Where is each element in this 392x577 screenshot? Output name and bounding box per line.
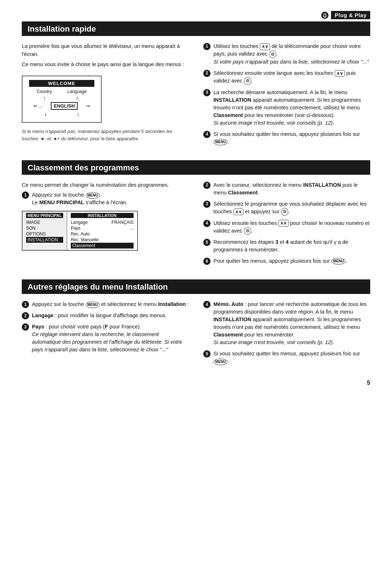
welcome-language-label: Language — [67, 89, 86, 94]
up-down-btn: ∧∨ — [260, 43, 270, 50]
ok-btn-s2: ⊙ — [281, 208, 288, 215]
menu-item-options: OPTIONS — [26, 231, 63, 237]
welcome-language-col: Language ↑ — [67, 89, 86, 101]
section1-item2-text: Sélectionnez ensuite votre langue avec l… — [213, 69, 370, 85]
svg-rect-3 — [324, 17, 325, 18]
section2-item2: 2 Avec le curseur, sélectionnez le menu … — [203, 181, 370, 197]
section3-right: 4 Mémo. Auto : pour lancer une recherche… — [203, 300, 370, 369]
num-1-s2: 1 — [22, 191, 29, 199]
num-5-s2: 5 — [203, 239, 211, 246]
section1-item3: 3 La recherche démarre automatiquement. … — [203, 89, 370, 127]
section1-item4-text: Si vous souhaitez quitter les menus, app… — [213, 130, 370, 146]
num-2-s3: 2 — [22, 312, 29, 319]
menu-right-panel: INSTALLATION LangageFRANÇAIS Pays... Rec… — [67, 211, 137, 250]
section1-item4: 4 Si vous souhaitez quitter les menus, a… — [203, 130, 370, 146]
num-4-s3: 4 — [203, 301, 211, 308]
up-down-btn-2: ∧∨ — [335, 70, 345, 77]
menu-btn: MENU — [213, 139, 228, 145]
section3-item3: 3 Pays : pour choisir votre pays (F pour… — [22, 323, 189, 354]
plug-play-badge: Plug & Play — [22, 11, 370, 19]
section3-title: Autres réglages du menu Installation — [22, 280, 370, 294]
section3-item3-text: Pays : pour choisir votre pays (F pour F… — [32, 323, 189, 354]
section2-item1-text: Appuyez sur la touche MENU. Le MENU PRIN… — [32, 191, 189, 206]
section1-p1: La première fois que vous allumez le tél… — [22, 43, 189, 58]
section-installation-rapide: Installation rapide La première fois que… — [22, 21, 370, 149]
section1-item2: 2 Sélectionnez ensuite votre langue avec… — [203, 69, 370, 85]
section3-item2-text: Langage : pour modifier la langue d'affi… — [32, 312, 189, 319]
section2-item1: 1 Appuyez sur la touche MENU. Le MENU PR… — [22, 191, 189, 206]
num-3: 3 — [203, 89, 211, 96]
section2-item5: 5 Recommencez les étapes 3 et 4 autant d… — [203, 238, 370, 254]
section-autres-reglages: Autres réglages du menu Installation 1 A… — [22, 279, 370, 369]
menu-item-installation: INSTALLATION — [26, 237, 63, 243]
num-3-s2: 3 — [203, 201, 211, 208]
arrow-up-country: ↑ — [43, 96, 46, 101]
menu-btn-s3b: MENU — [213, 359, 228, 365]
menu-btn-s2b: MENU — [331, 258, 346, 265]
section2-item2-text: Avec le curseur, sélectionnez le menu IN… — [213, 181, 370, 197]
menu-row-langage: LangageFRANÇAIS — [71, 219, 134, 225]
num-2-s2: 2 — [203, 182, 211, 189]
menu-left-panel: MENU PRINCIPAL IMAGE SON OPTIONS INSTALL… — [23, 211, 67, 250]
welcome-english: ENGLISH — [51, 102, 78, 110]
section2-item5-text: Recommencez les étapes 3 et 4 autant de … — [213, 238, 370, 254]
section3-item4-text: Mémo. Auto : pour lancer une recherche a… — [213, 300, 370, 346]
section1-right: 1 Utilisez les touches ∧∨ de la télécomm… — [203, 43, 370, 149]
section2-p1: Ce menu permet de changer la numérotatio… — [22, 181, 189, 189]
section3-item5-text: Si vous souhaitez quitter les menus, app… — [213, 350, 370, 365]
menu-row-recauto: Rec. Auto — [71, 231, 134, 237]
menu-row-recmanuelle: Rec. Manuelle — [71, 237, 134, 243]
right-arrow-language: ⇒ — [86, 103, 90, 109]
section2-item3-text: Sélectionnez le programme que vous souha… — [213, 200, 370, 216]
welcome-title: WELCOME — [29, 80, 94, 87]
menu-principal-mockup: MENU PRINCIPAL IMAGE SON OPTIONS INSTALL… — [22, 211, 138, 251]
num-4-s2: 4 — [203, 220, 211, 227]
ok-btn: ⊙ — [269, 51, 276, 58]
section1-p2: Ce menu vous invite à choisir le pays ai… — [22, 61, 189, 69]
arrow-up-language: ↑ — [75, 96, 78, 101]
menu-item-image: IMAGE — [26, 219, 63, 225]
num-1: 1 — [203, 43, 211, 50]
up-down-btn-s2b: ∧∨ — [278, 220, 289, 227]
section3-item5: 5 Si vous souhaitez quitter les menus, a… — [203, 350, 370, 365]
section1-item3-text: La recherche démarre automatiquement. A … — [213, 89, 370, 127]
left-arrow-country: ⇐ ... — [33, 103, 42, 109]
section-classement: Classement des programmes Ce menu permet… — [22, 160, 370, 269]
num-4: 4 — [203, 131, 211, 138]
welcome-arrow-down-language: ↓ — [77, 111, 79, 117]
section2-item4: 4 Utilisez ensuite les touches ∧∨ pour c… — [203, 219, 370, 235]
menu-btn-s2: MENU — [86, 192, 100, 199]
welcome-country-col: Country ↑ — [37, 89, 52, 101]
section3-item1-text: Appuyez sur la touche MENU et sélectionn… — [32, 300, 189, 308]
section2-item3: 3 Sélectionnez le programme que vous sou… — [203, 200, 370, 216]
welcome-mid-row: ⇐ ... ENGLISH ⇒ — [29, 102, 94, 110]
menu-right-title: INSTALLATION — [71, 213, 134, 218]
up-down-btn-s2: ∧∨ — [233, 209, 244, 215]
menu-left-title: MENU PRINCIPAL — [26, 213, 63, 218]
num-6-s2: 6 — [203, 258, 211, 265]
section1-caption: Si le menu n'apparaît pas, maintenez app… — [22, 128, 189, 142]
page-number: 5 — [22, 380, 370, 386]
ok-btn-s2b: ⊙ — [244, 227, 251, 235]
welcome-screen-mockup: WELCOME Country ↑ Language ↑ ⇐ ... ENGLI… — [22, 76, 102, 123]
welcome-arrow-down-country: ↓ — [44, 111, 47, 117]
menu-btn-s3: MENU — [86, 302, 100, 308]
section2-title: Classement des programmes — [22, 161, 370, 175]
section1-left: La première fois que vous allumez le tél… — [22, 43, 189, 149]
section1-item1: 1 Utilisez les touches ∧∨ de la télécomm… — [203, 43, 370, 66]
plug-icon — [321, 11, 329, 19]
num-5-s3: 5 — [203, 350, 211, 358]
section3-left: 1 Appuyez sur la touche MENU et sélectio… — [22, 300, 189, 369]
num-3-s3: 3 — [22, 323, 29, 331]
section3-item4: 4 Mémo. Auto : pour lancer une recherche… — [203, 300, 370, 346]
svg-rect-2 — [325, 13, 326, 15]
menu-row-classement: Classement — [71, 243, 134, 249]
plug-play-text: Plug & Play — [331, 11, 370, 19]
num-1-s3: 1 — [22, 301, 29, 308]
ok-btn-2: ⊙ — [244, 77, 251, 85]
menu-item-son: SON — [26, 225, 63, 231]
section2-item6: 6 Pour quitter les menus, appuyez plusie… — [203, 257, 370, 265]
section2-right: 2 Avec le curseur, sélectionnez le menu … — [203, 181, 370, 269]
num-2: 2 — [203, 70, 211, 77]
section1-title: Installation rapide — [22, 22, 370, 36]
